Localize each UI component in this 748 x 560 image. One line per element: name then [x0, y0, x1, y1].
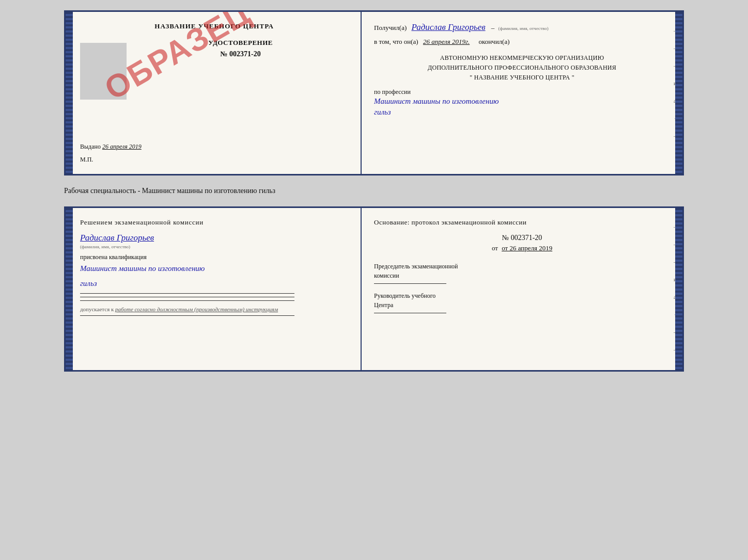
person-name-bottom: Радислав Григорьев — [80, 233, 348, 243]
fio-label-top: (фамилия, имя, отчество) — [498, 26, 549, 31]
po-professii-label: по профессии — [374, 88, 670, 96]
org-block: АВТОНОМНУЮ НЕКОММЕРЧЕСКУЮ ОРГАНИЗАЦИЮ ДО… — [374, 53, 670, 83]
completion-date: 26 апреля 2019г. — [423, 38, 470, 45]
rukovoditel-line1: Руководитель учебного — [374, 291, 670, 300]
resheniem-title: Решением экзаменационной комиссии — [80, 218, 348, 227]
poluchil-line: Получил(а) Радислав Григорьев – (фамилия… — [374, 22, 670, 33]
profession-text-1: Машинист машины по изготовлению — [374, 96, 670, 107]
poluchil-label: Получил(а) — [374, 24, 407, 31]
predsedatel-text: Председатель экзаменационной комиссии — [374, 262, 670, 280]
qualification-text-2: гильз — [80, 278, 348, 289]
document-container: НАЗВАНИЕ УЧЕБНОГО ЦЕНТРА УДОСТОВЕРЕНИЕ №… — [64, 10, 684, 372]
dopuskaetsya-label: допускается к — [80, 306, 114, 312]
fio-label-bottom: (фамилия, имя, отчество) — [80, 244, 348, 249]
vtom-label: в том, что он(а) — [374, 38, 418, 45]
ot-date: от от 26 апреля 2019 — [374, 244, 670, 252]
photo-placeholder — [80, 43, 127, 100]
qualification-text-1: Машинист машины по изготовлению — [80, 263, 348, 274]
cert-top-right-panel: Получил(а) Радислав Григорьев – (фамилия… — [362, 12, 682, 174]
vydano-label: Выдано — [80, 143, 101, 150]
cert-bottom-left-panel: Решением экзаменационной комиссии Радисл… — [66, 208, 362, 370]
separator-1 — [80, 293, 294, 294]
vydano-date: 26 апреля 2019 — [102, 143, 142, 150]
predsedatel-sign-line — [374, 283, 446, 284]
prisvoena-text: присвоена квалификация — [80, 253, 348, 261]
org-line1: АВТОНОМНУЮ НЕКОММЕРЧЕСКУЮ ОРГАНИЗАЦИЮ — [374, 53, 670, 63]
ot-date-value: от 26 апреля 2019 — [502, 244, 552, 252]
middle-label: Рабочая специальность - Машинист машины … — [64, 185, 684, 197]
predsedatel-line2: комиссии — [374, 271, 670, 280]
cert-top-left-panel: НАЗВАНИЕ УЧЕБНОГО ЦЕНТРА УДОСТОВЕРЕНИЕ №… — [66, 12, 362, 174]
cert-inner-text: УДОСТОВЕРЕНИЕ № 002371-20 — [133, 39, 348, 137]
osnovanie-title: Основание: протокол экзаменационной коми… — [374, 218, 670, 227]
dash-separator: – — [491, 24, 495, 31]
ot-prefix: от — [492, 244, 498, 252]
okonchil-label: окончил(а) — [478, 38, 509, 45]
org-line2: ДОПОЛНИТЕЛЬНОГО ПРОФЕССИОНАЛЬНОГО ОБРАЗО… — [374, 63, 670, 73]
rukovoditel-line2: Центра — [374, 300, 670, 310]
separator-2 — [80, 297, 294, 297]
binding-right-top — [675, 12, 682, 174]
separator-3 — [80, 300, 294, 301]
mp-label: М.П. — [80, 156, 142, 164]
separator-4 — [80, 315, 294, 316]
vydano-line: Выдано 26 апреля 2019 — [80, 143, 142, 151]
udost-number: № 002371-20 — [133, 50, 348, 58]
profession-text-2: гильз — [374, 107, 670, 118]
top-certificate: НАЗВАНИЕ УЧЕБНОГО ЦЕНТРА УДОСТОВЕРЕНИЕ №… — [64, 10, 684, 175]
org-line3: " НАЗВАНИЕ УЧЕБНОГО ЦЕНТРА " — [374, 73, 670, 83]
cert-bottom-right-panel: Основание: протокол экзаменационной коми… — [362, 208, 682, 370]
binding-right-bottom — [675, 208, 682, 370]
rukovoditel-sign-line — [374, 313, 446, 313]
cert-inner-box: УДОСТОВЕРЕНИЕ № 002371-20 — [80, 39, 348, 137]
vtom-line: в том, что он(а) 26 апреля 2019г. окончи… — [374, 38, 670, 46]
work-text: работе согласно должностным (производств… — [115, 306, 278, 312]
predsedatel-line1: Председатель экзаменационной — [374, 262, 670, 271]
rukovoditel-text: Руководитель учебного Центра — [374, 291, 670, 310]
person-name-top: Радислав Григорьев — [411, 22, 485, 32]
protocol-number: № 002371-20 — [374, 234, 670, 242]
dopuskaetsya-block: допускается к работе согласно должностны… — [80, 306, 348, 312]
bottom-certificate: Решением экзаменационной комиссии Радисл… — [64, 206, 684, 372]
udost-title: УДОСТОВЕРЕНИЕ — [133, 39, 348, 47]
school-name-title: НАЗВАНИЕ УЧЕБНОГО ЦЕНТРА — [80, 22, 348, 30]
